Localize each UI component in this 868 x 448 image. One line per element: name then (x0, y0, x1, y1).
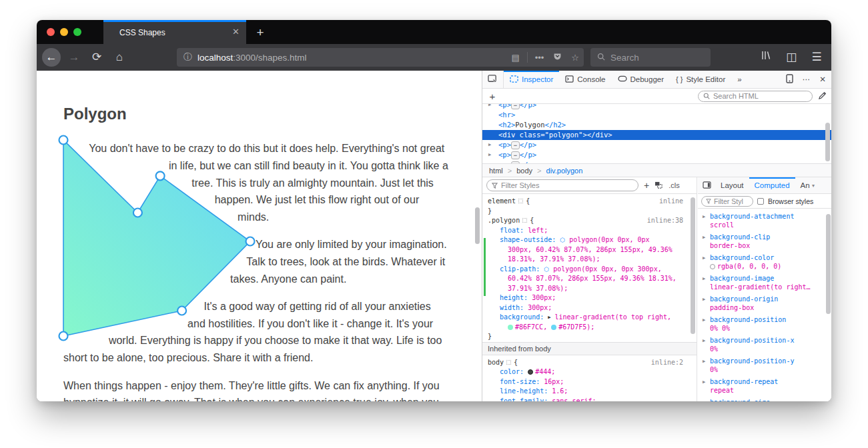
computed-property[interactable]: ▶background-imagelinear-gradient(to righ… (702, 274, 829, 291)
page-scrollbar[interactable] (475, 207, 480, 244)
computed-property[interactable]: ▶background-size (702, 398, 829, 401)
computed-property[interactable]: ▶background-position-x0% (702, 336, 829, 353)
minimize-window-button[interactable] (60, 28, 68, 36)
css-declaration[interactable]: color: #444; (488, 367, 691, 377)
refresh-button[interactable]: ⟳ (87, 48, 106, 67)
rule-source-link[interactable]: inline:2 (651, 358, 683, 368)
computed-property[interactable]: ▶background-clipborder-box (702, 233, 829, 250)
vertex-handle[interactable] (133, 209, 142, 217)
tab-console[interactable]: Console (559, 71, 611, 88)
breadcrumb-body[interactable]: body (516, 167, 532, 175)
css-declaration[interactable]: line-height: 1.6; (488, 387, 691, 397)
shape-editor-icon[interactable]: ⬡ (544, 266, 549, 273)
css-declaration[interactable]: float: left; (488, 226, 691, 236)
highlight-target-icon[interactable] (506, 360, 511, 365)
menu-hamburger-icon[interactable]: ☰ (807, 48, 826, 67)
site-info-icon[interactable]: ⓘ (183, 51, 192, 63)
css-declaration[interactable]: clip-path: ⬡ polygon(0px 0px, 0px 300px, (488, 265, 691, 275)
devtools-menu-icon[interactable]: ⋯ (803, 75, 811, 84)
responsive-mode-icon[interactable] (786, 74, 793, 85)
back-button[interactable]: ← (42, 48, 61, 67)
cls-button[interactable]: .cls (669, 181, 680, 189)
computed-property[interactable]: ▶background-originpadding-box (702, 295, 829, 312)
markup-row-hr[interactable]: <hr> (482, 110, 831, 120)
markup-row-p[interactable]: ▶<p>…</p> (482, 140, 831, 150)
css-declaration[interactable]: font-size: 16px; (488, 377, 691, 387)
vertex-handle[interactable] (156, 172, 165, 181)
library-icon[interactable] (757, 48, 775, 67)
eyedropper-icon[interactable] (813, 91, 831, 101)
css-rule-line[interactable]: element{inline (488, 197, 691, 207)
tab-computed[interactable]: Computed (749, 177, 795, 193)
bookmark-star-icon[interactable]: ☆ (571, 53, 579, 63)
more-tabs-button[interactable]: » (731, 71, 747, 88)
expand-sidebar-icon[interactable] (698, 181, 715, 190)
search-bar[interactable]: Search (590, 48, 711, 67)
home-button[interactable]: ⌂ (110, 48, 129, 67)
css-declaration[interactable]: background: ▶ linear-gradient(to top rig… (488, 313, 691, 323)
css-rule-line[interactable]: .polygon{inline:38 (488, 216, 691, 226)
add-node-button[interactable]: + (482, 91, 502, 102)
markup-row-div-polygon-selected[interactable]: <div class="polygon"></div> (482, 130, 831, 140)
ellipsis-pill[interactable]: … (511, 141, 520, 149)
close-window-button[interactable] (47, 28, 55, 36)
search-html-input[interactable]: Search HTML (698, 91, 813, 102)
tab-close-icon[interactable]: ✕ (232, 27, 240, 37)
computed-scrollbar[interactable] (826, 214, 831, 314)
polygon-shape[interactable] (63, 140, 264, 336)
highlight-target-icon[interactable] (518, 199, 523, 203)
css-rule-line[interactable]: } (488, 332, 691, 342)
color-swatch-blue[interactable] (551, 325, 556, 330)
rule-source-link[interactable]: inline (659, 197, 683, 207)
vertex-handle[interactable] (59, 136, 68, 145)
markup-row-p[interactable]: ▶<p>…</p> (482, 104, 831, 110)
pocket-icon[interactable] (553, 52, 562, 63)
ellipsis-pill[interactable]: … (511, 151, 520, 159)
url-bar[interactable]: ⓘ localhost :3000/shapes.html ▤ ••• ☆ (177, 48, 584, 67)
ellipsis-pill[interactable]: … (511, 104, 520, 109)
computed-property[interactable]: ▶background-repeatrepeat (702, 377, 829, 395)
zoom-window-button[interactable] (73, 28, 81, 36)
tab-inspector[interactable]: Inspector (504, 71, 559, 88)
computed-property[interactable]: ▶background-position-y0% (702, 357, 829, 374)
pick-element-button[interactable] (482, 71, 504, 88)
markup-row-h2[interactable]: <h2>Polygon</h2> (482, 120, 831, 130)
vertex-handle[interactable] (246, 237, 255, 246)
css-declaration[interactable]: font-family: sans-serif; (488, 397, 691, 402)
color-swatch-transparent[interactable] (710, 264, 715, 269)
css-rule-line[interactable]: } (488, 207, 691, 217)
highlight-target-icon[interactable] (522, 218, 527, 223)
vertex-handle[interactable] (59, 332, 68, 341)
breadcrumb-div-polygon[interactable]: div.polygon (546, 167, 583, 175)
browser-tab[interactable]: CSS Shapes ✕ (103, 20, 246, 44)
computed-property[interactable]: ▶background-colorrgba(0, 0, 0, 0) (702, 253, 829, 271)
filter-computed-input[interactable]: Filter Styl (701, 196, 753, 207)
rule-source-link[interactable]: inline:38 (647, 216, 683, 226)
rules-scrollbar[interactable] (691, 197, 695, 334)
breadcrumb-html[interactable]: html (489, 167, 503, 175)
add-rule-button[interactable]: + (644, 180, 649, 191)
sidebar-toggle-icon[interactable]: ◫ (782, 48, 801, 67)
tab-layout[interactable]: Layout (715, 177, 749, 193)
css-rule-line[interactable]: body{inline:2 (488, 358, 691, 368)
color-swatch-dark[interactable] (528, 369, 533, 375)
toggle-pseudo-class-icon[interactable] (655, 180, 663, 191)
computed-property[interactable]: ▶background-attachmentscroll (702, 212, 829, 229)
css-declaration[interactable]: height: 300px; (488, 293, 691, 303)
css-declaration[interactable]: shape-outside: ⬡ polygon(0px 0px, 0px (488, 235, 691, 245)
filter-styles-input[interactable]: Filter Styles (486, 179, 638, 191)
tab-animations-truncated[interactable]: An ▾ (795, 177, 820, 193)
vertex-handle[interactable] (177, 307, 186, 315)
forward-button[interactable]: → (65, 48, 83, 67)
reader-mode-icon[interactable]: ▤ (511, 53, 519, 63)
css-declaration[interactable]: width: 300px; (488, 303, 691, 313)
markup-row-p[interactable]: ▶<p>…</p> (482, 150, 831, 160)
shape-editor-icon[interactable]: ⬡ (560, 237, 565, 243)
new-tab-button[interactable]: + (252, 24, 269, 41)
color-swatch-green[interactable] (508, 325, 513, 330)
browser-styles-checkbox[interactable] (757, 198, 764, 205)
tab-style-editor[interactable]: { } Style Editor (670, 71, 731, 88)
tab-debugger[interactable]: Debugger (612, 71, 671, 88)
markup-scrollbar[interactable] (825, 123, 830, 161)
computed-property[interactable]: ▶background-position0% 0% (702, 315, 829, 333)
